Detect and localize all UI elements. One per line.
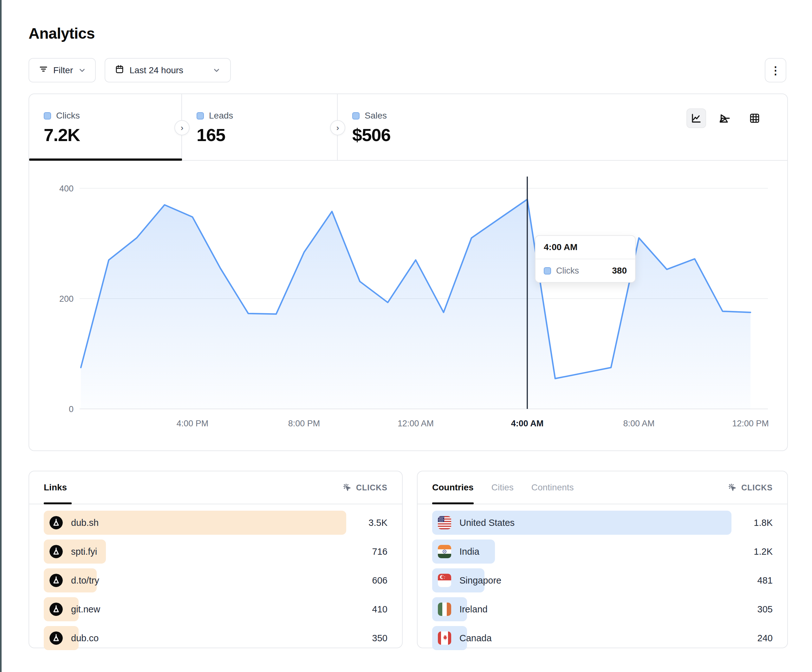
tab-clicks[interactable]: Clicks 7.2K: [29, 94, 182, 160]
clicks-count: 240: [757, 633, 773, 643]
clicks-count: 1.8K: [754, 518, 773, 528]
stat-value: $506: [352, 125, 493, 145]
clicks-count: 410: [372, 604, 387, 615]
stat-value: 165: [196, 125, 337, 145]
link-name: spti.fyi: [71, 546, 97, 557]
filter-icon: [39, 64, 48, 76]
chart-tooltip: 4:00 AM Clicks 380: [535, 235, 636, 283]
tooltip-legend-chip-icon: [544, 267, 551, 275]
country-name: India: [459, 546, 479, 557]
country-row[interactable]: Canada240: [432, 626, 773, 650]
chevron-right-icon: ›: [181, 123, 184, 133]
y-axis-tick-label: 400: [59, 184, 73, 193]
chevron-right-icon: ›: [336, 123, 339, 133]
country-row[interactable]: India1.2K: [432, 539, 773, 564]
dub-logo-icon: [49, 516, 63, 529]
links-metric-label: CLICKS: [356, 483, 387, 492]
x-axis-tick-label: 8:00 AM: [623, 419, 654, 428]
more-options-button[interactable]: ⋮: [765, 58, 786, 82]
date-range-button[interactable]: Last 24 hours: [105, 58, 231, 82]
x-axis-tick-label: 12:00 AM: [397, 419, 434, 428]
toolbar: Filter Last 24 hours ⋮: [29, 58, 786, 82]
cursor-click-icon: [727, 483, 737, 493]
tooltip-time: 4:00 AM: [536, 236, 635, 259]
countries-list: United States1.8KIndia1.2KSingapore481Ir…: [418, 504, 787, 650]
page-title: Analytics: [29, 25, 95, 42]
us-flag-icon: [438, 516, 451, 529]
country-row[interactable]: Singapore481: [432, 568, 773, 592]
link-row[interactable]: d.to/try606: [44, 568, 387, 592]
link-name: dub.co: [71, 633, 99, 643]
x-axis-tick-label: 12:00 PM: [732, 419, 769, 428]
expand-clicks-leads-button[interactable]: ›: [174, 120, 189, 135]
sg-flag-icon: [438, 574, 451, 587]
line-chart-view-button[interactable]: [686, 108, 706, 128]
ie-flag-icon: [438, 602, 451, 616]
kebab-menu-icon: ⋮: [770, 64, 781, 77]
x-axis-tick-label: 4:00 PM: [177, 419, 209, 428]
grid-icon: [749, 113, 760, 124]
in-flag-icon: [438, 545, 451, 558]
tab-continents[interactable]: Continents: [531, 471, 574, 504]
filter-button[interactable]: Filter: [29, 58, 96, 82]
ca-flag-icon: [438, 631, 451, 645]
funnel-view-button[interactable]: [716, 108, 735, 128]
tab-countries[interactable]: Countries: [432, 471, 474, 504]
stat-label: Leads: [209, 111, 233, 121]
line-chart-icon: [691, 113, 702, 124]
y-axis-tick-label: 200: [59, 294, 73, 304]
clicks-count: 716: [372, 546, 387, 557]
links-list: dub.sh3.5Kspti.fyi716d.to/try606git.new4…: [29, 504, 402, 650]
stat-value: 7.2K: [44, 125, 181, 145]
clicks-count: 481: [757, 575, 773, 586]
funnel-icon: [720, 113, 731, 124]
tab-cities[interactable]: Cities: [491, 471, 513, 504]
links-panel: Links CLICKS dub.sh3.5Kspti.fyi716d.to/t…: [29, 471, 403, 648]
country-row[interactable]: United States1.8K: [432, 511, 773, 535]
country-name: Singapore: [459, 575, 501, 586]
x-axis-tick-label: 4:00 AM: [511, 419, 544, 428]
area-fill: [81, 200, 751, 409]
link-name: d.to/try: [71, 575, 99, 586]
links-metric-selector[interactable]: CLICKS: [342, 483, 387, 493]
clicks-legend-chip-icon: [44, 112, 51, 119]
countries-metric-selector[interactable]: CLICKS: [727, 483, 773, 493]
tab-leads[interactable]: Leads 165: [182, 94, 338, 160]
links-panel-header: Links CLICKS: [29, 471, 402, 504]
tab-links[interactable]: Links: [44, 471, 67, 504]
clicks-count: 3.5K: [368, 518, 387, 528]
clicks-count: 350: [372, 633, 387, 643]
leads-legend-chip-icon: [196, 112, 204, 119]
stat-label: Sales: [365, 111, 387, 121]
link-row[interactable]: dub.sh3.5K: [44, 511, 387, 535]
table-view-button[interactable]: [745, 108, 764, 128]
analytics-chart-card: Clicks 7.2K Leads 165 Sales $506 › ›: [29, 94, 788, 451]
dub-logo-icon: [49, 574, 63, 587]
tooltip-series-label: Clicks: [556, 266, 579, 276]
clicks-count: 1.2K: [754, 546, 773, 557]
cursor-click-icon: [342, 483, 352, 493]
dub-logo-icon: [49, 545, 63, 558]
dub-logo-icon: [49, 631, 63, 645]
active-tab-underline: [29, 159, 182, 161]
countries-panel-header: Countries Cities Continents CLICKS: [418, 471, 787, 504]
y-axis-tick-label: 0: [69, 404, 73, 414]
clicks-count: 606: [372, 575, 387, 586]
stats-tabs-row: Clicks 7.2K Leads 165 Sales $506 › ›: [29, 94, 787, 161]
chart-type-switcher: [686, 108, 764, 128]
tab-sales[interactable]: Sales $506: [338, 94, 493, 160]
link-row[interactable]: git.new410: [44, 597, 387, 621]
link-row[interactable]: spti.fyi716: [44, 539, 387, 564]
tooltip-value: 380: [612, 266, 627, 276]
link-name: dub.sh: [71, 518, 99, 528]
dub-logo-icon: [49, 602, 63, 616]
country-row[interactable]: Ireland305: [432, 597, 773, 621]
filter-button-label: Filter: [53, 65, 73, 75]
link-name: git.new: [71, 604, 100, 615]
country-name: Canada: [459, 633, 492, 643]
clicks-timeseries-chart[interactable]: 02004004:00 PM8:00 PM12:00 AM4:00 AM8:00…: [29, 161, 787, 451]
country-name: Ireland: [459, 604, 488, 615]
expand-leads-sales-button[interactable]: ›: [330, 120, 345, 135]
countries-metric-label: CLICKS: [741, 483, 773, 492]
link-row[interactable]: dub.co350: [44, 626, 387, 650]
